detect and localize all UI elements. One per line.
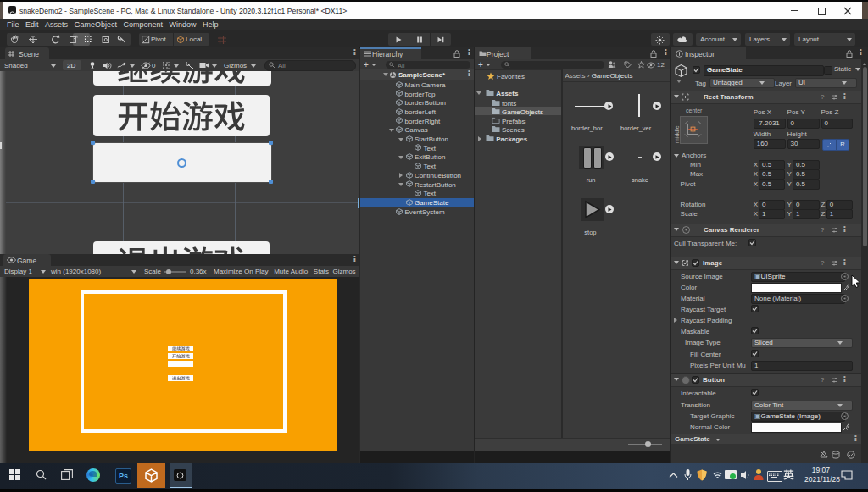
svg-text:middle: middle [674,125,680,143]
